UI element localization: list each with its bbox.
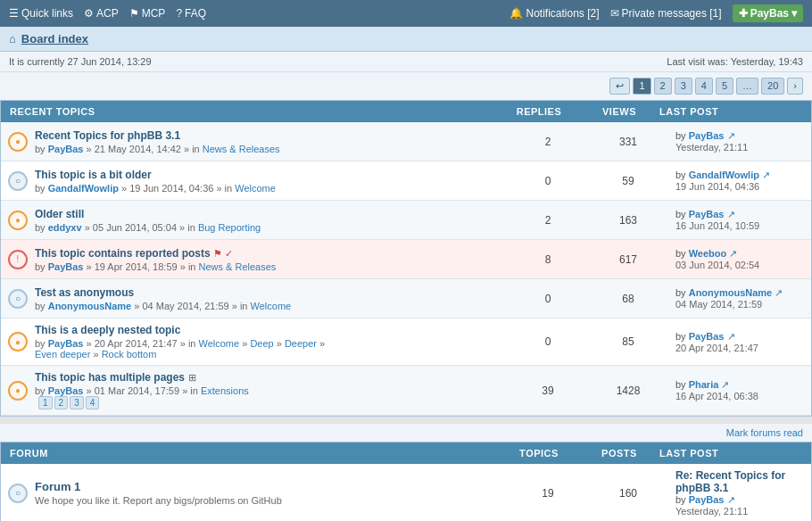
forum-link-5[interactable]: Welcome bbox=[251, 301, 292, 311]
post-arrow-3: ↗ bbox=[727, 209, 735, 219]
topic-title-1[interactable]: Recent Topics for phpBB 3.1 bbox=[35, 129, 180, 142]
forum-last-author-1[interactable]: PayBas bbox=[689, 494, 725, 505]
forum-link-2[interactable]: Welcome bbox=[235, 183, 276, 194]
topic-cell-3: ● Older still by eddyxv » 05 Jun 2014, 0… bbox=[1, 203, 508, 238]
topic-info-5: Test as anonymous by AnonymousName » 04 … bbox=[35, 286, 501, 311]
reported-flag-icon: ⚑ ✓ bbox=[213, 248, 233, 259]
forum-title-1[interactable]: Forum 1 bbox=[35, 480, 80, 493]
page-1-btn[interactable]: 1 bbox=[633, 78, 650, 95]
topic-info-7: This topic has multiple pages ⊞ by PayBa… bbox=[35, 371, 501, 409]
topic-title-2[interactable]: This topic is a bit older bbox=[35, 169, 152, 181]
page-2-btn[interactable]: 2 bbox=[654, 78, 672, 95]
topic-author-2[interactable]: GandalfWowlip bbox=[48, 183, 119, 194]
private-messages-link[interactable]: ✉ Private messages [1] bbox=[610, 7, 722, 20]
forum-post-arrow-1: ↗ bbox=[727, 494, 735, 505]
views-col-header: VIEWS bbox=[579, 106, 659, 117]
forum-link-6d[interactable]: Even deeper bbox=[35, 349, 90, 360]
topic-author-7[interactable]: PayBas bbox=[48, 385, 84, 396]
forums-section: FORUM TOPICS POSTS LAST POST ○ Forum 1 W… bbox=[0, 442, 812, 521]
page-20-btn[interactable]: 20 bbox=[761, 78, 784, 95]
mcp-icon: ⚑ bbox=[129, 7, 139, 20]
last-post-author-1[interactable]: PayBas bbox=[689, 130, 725, 141]
mark-forums-read-link[interactable]: Mark forums read bbox=[726, 427, 803, 438]
forum-link-6b[interactable]: Deep bbox=[250, 338, 273, 349]
last-post-time-5: 04 May 2014, 21:59 bbox=[675, 299, 762, 310]
pagination-bar: ↩ 1 2 3 4 5 … 20 › bbox=[0, 72, 812, 100]
topic-meta-7: by PayBas » 01 Mar 2014, 17:59 » in Exte… bbox=[35, 385, 501, 409]
acp-link[interactable]: ⚙ ACP bbox=[84, 7, 119, 20]
current-time: It is currently 27 Jun 2014, 13:29 bbox=[9, 56, 152, 67]
replies-7: 39 bbox=[508, 379, 588, 402]
pagination-next[interactable]: › bbox=[787, 78, 803, 95]
forum-link-4[interactable]: News & Releases bbox=[199, 261, 277, 272]
topic-author-3[interactable]: eddyxv bbox=[48, 222, 82, 233]
topic-author-1[interactable]: PayBas bbox=[48, 144, 84, 154]
table-row: ● Recent Topics for phpBB 3.1 by PayBas … bbox=[1, 122, 811, 161]
table-row: ○ This topic is a bit older by GandalfWo… bbox=[1, 161, 811, 201]
last-post-time-6: 20 Apr 2014, 21:47 bbox=[675, 343, 758, 353]
topic-title-7[interactable]: This topic has multiple pages bbox=[35, 371, 185, 384]
topic-author-6[interactable]: PayBas bbox=[48, 338, 84, 349]
topic-icon-reported: ! bbox=[8, 250, 28, 269]
user-menu[interactable]: ✚ PayBas ▾ bbox=[733, 4, 803, 22]
last-post-time-7: 16 Apr 2014, 06:38 bbox=[675, 391, 758, 401]
faq-link[interactable]: ? FAQ bbox=[176, 7, 206, 20]
last-post-author-3[interactable]: PayBas bbox=[689, 209, 725, 219]
notifications-link[interactable]: 🔔 Notifications [2] bbox=[510, 7, 599, 20]
last-post-author-5[interactable]: AnonymousName bbox=[689, 287, 773, 298]
topic-title-5[interactable]: Test as anonymous bbox=[35, 286, 134, 299]
topic-meta-6: by PayBas » 20 Apr 2014, 21:47 » in Welc… bbox=[35, 338, 501, 360]
last-post-author-2[interactable]: GandalfWowlip bbox=[689, 170, 759, 180]
top-navigation: ☰ Quick links ⚙ ACP ⚑ MCP ? FAQ 🔔 Notifi… bbox=[0, 0, 812, 27]
topic-title-6[interactable]: This is a deeply nested topic bbox=[35, 324, 180, 336]
page-4-btn[interactable]: 4 bbox=[695, 78, 713, 95]
post-arrow-2: ↗ bbox=[762, 170, 770, 180]
forum-link-6e[interactable]: Rock bottom bbox=[102, 349, 157, 360]
page-3-btn[interactable]: 3 bbox=[675, 78, 692, 95]
table-row: ○ Test as anonymous by AnonymousName » 0… bbox=[1, 279, 811, 318]
forum-link-7[interactable]: Extensions bbox=[201, 385, 249, 396]
post-arrow-7: ↗ bbox=[721, 379, 729, 390]
forum-desc-1: We hope you like it. Report any bigs/pro… bbox=[35, 495, 501, 506]
replies-1: 2 bbox=[508, 130, 588, 153]
recent-topics-section: RECENT TOPICS REPLIES VIEWS LAST POST ● … bbox=[0, 100, 812, 417]
forum-link-1[interactable]: News & Releases bbox=[203, 144, 280, 154]
quicklinks-menu[interactable]: ☰ Quick links bbox=[9, 7, 73, 20]
board-index-link[interactable]: Board index bbox=[21, 32, 88, 45]
last-post-author-7[interactable]: Pharia bbox=[689, 379, 719, 390]
forums-section-header: FORUM TOPICS POSTS LAST POST bbox=[1, 442, 811, 464]
forum-link-6a[interactable]: Welcome bbox=[199, 338, 240, 349]
faq-icon: ? bbox=[176, 7, 182, 20]
last-post-1: by PayBas ↗ Yesterday, 21:11 bbox=[668, 125, 811, 158]
mini-page-3[interactable]: 3 bbox=[70, 396, 84, 409]
last-post-author-6[interactable]: PayBas bbox=[689, 331, 725, 342]
views-1: 331 bbox=[588, 130, 668, 153]
mini-pagination-7: 1 2 3 4 bbox=[38, 396, 501, 409]
topic-author-4[interactable]: PayBas bbox=[48, 261, 84, 272]
topic-author-5[interactable]: AnonymousName bbox=[48, 301, 132, 311]
forum-link-6c[interactable]: Deeper bbox=[285, 338, 317, 349]
mini-page-2[interactable]: 2 bbox=[54, 396, 69, 409]
topic-icon-3: ● bbox=[8, 211, 28, 230]
pagination-return[interactable]: ↩ bbox=[609, 78, 630, 95]
topic-title-3[interactable]: Older still bbox=[35, 208, 84, 220]
topic-title-4[interactable]: This topic contains reported posts bbox=[35, 247, 211, 260]
mini-page-1[interactable]: 1 bbox=[38, 396, 53, 409]
last-post-author-4[interactable]: Weeboo bbox=[689, 248, 727, 259]
table-row: ! This topic contains reported posts ⚑ ✓… bbox=[1, 240, 811, 279]
forum-link-3[interactable]: Bug Reporting bbox=[198, 222, 261, 233]
forum-last-post-title-1[interactable]: Re: Recent Topics for phpBB 3.1 bbox=[675, 469, 785, 494]
topic-cell-2: ○ This topic is a bit older by GandalfWo… bbox=[1, 163, 508, 199]
topic-cell-4: ! This topic contains reported posts ⚑ ✓… bbox=[1, 242, 508, 277]
pagination-ellipsis: … bbox=[736, 78, 758, 95]
views-7: 1428 bbox=[588, 379, 668, 402]
post-arrow-1: ↗ bbox=[727, 130, 735, 141]
topic-cell-7: ● This topic has multiple pages ⊞ by Pay… bbox=[1, 366, 508, 415]
list-item: ○ Forum 1 We hope you like it. Report an… bbox=[1, 464, 811, 521]
mcp-link[interactable]: ⚑ MCP bbox=[129, 7, 166, 20]
page-5-btn[interactable]: 5 bbox=[716, 78, 733, 95]
mini-page-4[interactable]: 4 bbox=[86, 396, 100, 409]
topic-meta-1: by PayBas » 21 May 2014, 14:42 » in News… bbox=[35, 144, 501, 154]
last-post-7: by Pharia ↗ 16 Apr 2014, 06:38 bbox=[668, 374, 811, 407]
forum-cell-1: ○ Forum 1 We hope you like it. Report an… bbox=[1, 475, 508, 511]
